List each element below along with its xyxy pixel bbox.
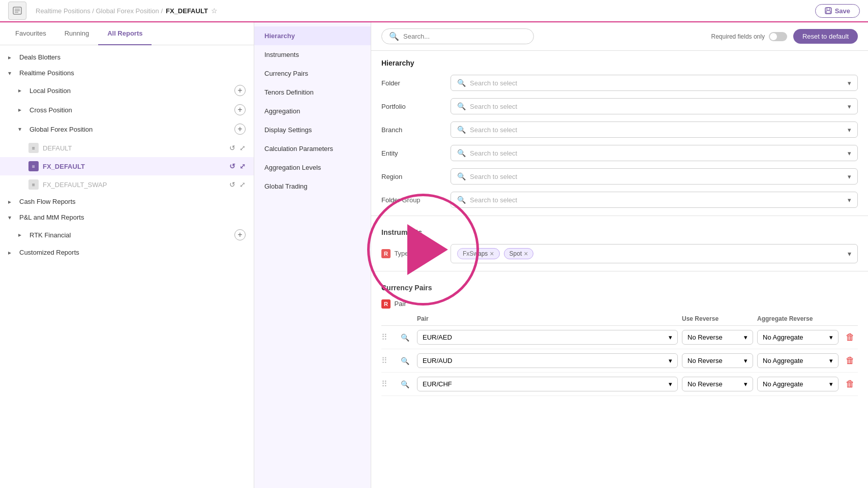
refresh-icon[interactable]: ↺ bbox=[229, 180, 235, 189]
no-reverse-dropdown-1[interactable]: No Reverse ▾ bbox=[682, 330, 753, 345]
mid-item-display-settings[interactable]: Display Settings bbox=[254, 120, 371, 139]
external-link-icon[interactable]: ⤢ bbox=[240, 144, 246, 152]
pair-select-eur-chf[interactable]: EUR/CHF ▾ bbox=[417, 377, 678, 391]
section-divider-2 bbox=[371, 271, 868, 271]
right-header: 🔍 Required fields only Reset to default bbox=[371, 22, 868, 51]
spot-tag: Spot × bbox=[504, 248, 534, 259]
no-aggregate-dropdown-3[interactable]: No Aggregate ▾ bbox=[757, 377, 839, 391]
add-rtk-button[interactable]: + bbox=[234, 229, 246, 240]
no-aggregate-dropdown-1[interactable]: No Aggregate ▾ bbox=[757, 330, 839, 345]
search-icon: 🔍 bbox=[401, 333, 413, 342]
external-link-icon[interactable]: ⤢ bbox=[240, 162, 246, 170]
mid-item-global-trading[interactable]: Global Trading bbox=[254, 177, 371, 196]
mid-item-tenors-definition[interactable]: Tenors Definition bbox=[254, 83, 371, 102]
tab-running[interactable]: Running bbox=[55, 22, 98, 45]
folder-group-select[interactable]: 🔍 Search to select ▾ bbox=[451, 192, 858, 208]
remove-fx-swaps-icon[interactable]: × bbox=[490, 250, 494, 257]
refresh-icon[interactable]: ↺ bbox=[229, 162, 235, 170]
entity-select[interactable]: 🔍 Search to select ▾ bbox=[451, 145, 858, 161]
sidebar-item-fx-default-swap[interactable]: ≡ FX_DEFAULT_SWAP ↺ ⤢ bbox=[0, 175, 254, 194]
no-aggregate-dropdown-2[interactable]: No Aggregate ▾ bbox=[757, 353, 839, 368]
section-divider bbox=[371, 216, 868, 216]
chevron-down-icon: ▾ bbox=[829, 333, 833, 341]
mid-item-instruments[interactable]: Instruments bbox=[254, 45, 371, 64]
currency-pairs-section-label: Currency Pairs bbox=[371, 276, 868, 296]
sidebar-item-default[interactable]: ≡ DEFAULT ↺ ⤢ bbox=[0, 139, 254, 157]
chevron-down-icon: ▾ bbox=[848, 196, 851, 204]
mid-item-aggregation-levels[interactable]: Aggregation Levels bbox=[254, 158, 371, 177]
sidebar-item-fx-default[interactable]: ≡ FX_DEFAULT ↺ ⤢ bbox=[0, 157, 254, 175]
delete-row-button[interactable]: 🗑 bbox=[843, 332, 858, 343]
report-type-icon: ≡ bbox=[28, 143, 39, 153]
pair-value: EUR/CHF bbox=[423, 380, 452, 388]
portfolio-field-row: Portfolio 🔍 Search to select ▾ bbox=[371, 95, 868, 118]
type-of-deal-label: R Type of Deal bbox=[381, 249, 442, 258]
drag-handle-icon[interactable]: ⠿ bbox=[381, 379, 397, 389]
aggregate-value: No Aggregate bbox=[763, 357, 803, 364]
folder-label: Folder bbox=[381, 79, 442, 87]
type-of-deal-row: R Type of Deal FxSwaps × Spot × ▾ bbox=[371, 240, 868, 267]
breadcrumb-sep: Realtime Positions / Global Forex Positi… bbox=[36, 7, 163, 15]
chevron-icon bbox=[18, 87, 25, 94]
svg-rect-6 bbox=[826, 11, 830, 13]
sidebar-item-cash-flow-reports[interactable]: Cash Flow Reports bbox=[0, 194, 254, 209]
reset-to-default-button[interactable]: Reset to default bbox=[793, 29, 858, 44]
add-cross-position-button[interactable]: + bbox=[234, 104, 246, 115]
type-of-deal-select[interactable]: FxSwaps × Spot × ▾ bbox=[451, 244, 858, 263]
sidebar-item-global-forex[interactable]: Global Forex Position + bbox=[0, 119, 254, 139]
sidebar-item-cross-position[interactable]: Cross Position + bbox=[0, 100, 254, 119]
breadcrumb: Realtime Positions / Global Forex Positi… bbox=[33, 7, 218, 15]
mid-item-currency-pairs[interactable]: Currency Pairs bbox=[254, 64, 371, 83]
tab-favourites[interactable]: Favourites bbox=[6, 22, 55, 45]
pair-value: EUR/AUD bbox=[423, 357, 453, 364]
sidebar-item-deals-blotters[interactable]: Deals Blotters bbox=[0, 49, 254, 65]
branch-select[interactable]: 🔍 Search to select ▾ bbox=[451, 121, 858, 138]
chevron-down-icon: ▾ bbox=[669, 333, 672, 341]
toggle-switch[interactable] bbox=[769, 32, 787, 41]
drag-handle-icon[interactable]: ⠿ bbox=[381, 332, 397, 342]
search-icon: 🔍 bbox=[457, 102, 466, 110]
folder-select[interactable]: 🔍 Search to select ▾ bbox=[451, 75, 858, 91]
search-input[interactable] bbox=[403, 33, 526, 40]
sidebar-item-realtime-positions[interactable]: Realtime Positions bbox=[0, 65, 254, 81]
remove-spot-icon[interactable]: × bbox=[524, 250, 528, 257]
pair-select-eur-aud[interactable]: EUR/AUD ▾ bbox=[417, 353, 678, 368]
chevron-down-icon: ▾ bbox=[669, 357, 672, 364]
no-reverse-dropdown-2[interactable]: No Reverse ▾ bbox=[682, 353, 753, 368]
chevron-down-icon: ▾ bbox=[829, 357, 833, 364]
folder-field-row: Folder 🔍 Search to select ▾ bbox=[371, 71, 868, 95]
region-label: Region bbox=[381, 173, 442, 180]
sidebar-item-label: Realtime Positions bbox=[19, 69, 74, 77]
search-box[interactable]: 🔍 bbox=[381, 28, 534, 44]
mid-item-aggregation[interactable]: Aggregation bbox=[254, 102, 371, 120]
sidebar-item-rtk-financial[interactable]: RTK Financial + bbox=[0, 225, 254, 245]
drag-handle-icon[interactable]: ⠿ bbox=[381, 356, 397, 365]
no-reverse-dropdown-3[interactable]: No Reverse ▾ bbox=[682, 377, 753, 391]
add-local-position-button[interactable]: + bbox=[234, 85, 246, 96]
branch-label: Branch bbox=[381, 126, 442, 134]
delete-row-button[interactable]: 🗑 bbox=[843, 355, 858, 366]
portfolio-select[interactable]: 🔍 Search to select ▾ bbox=[451, 98, 858, 114]
region-select[interactable]: 🔍 Search to select ▾ bbox=[451, 168, 858, 185]
search-icon: 🔍 bbox=[401, 357, 413, 365]
mid-item-calculation-parameters[interactable]: Calculation Parameters bbox=[254, 139, 371, 158]
report-type-icon: ≡ bbox=[28, 161, 39, 171]
pair-select-eur-aed[interactable]: EUR/AED ▾ bbox=[417, 330, 678, 345]
mid-item-hierarchy[interactable]: Hierarchy bbox=[254, 26, 371, 45]
pair-column-header: Pair bbox=[417, 315, 678, 322]
mid-panel: Hierarchy Instruments Currency Pairs Ten… bbox=[254, 22, 371, 488]
save-button[interactable]: Save bbox=[815, 4, 860, 18]
add-global-forex-button[interactable]: + bbox=[234, 124, 246, 135]
top-bar: Realtime Positions / Global Forex Positi… bbox=[0, 0, 868, 22]
sidebar-item-local-position[interactable]: Local Position + bbox=[0, 81, 254, 100]
sidebar-item-pnl-mtm[interactable]: P&L and MtM Reports bbox=[0, 209, 254, 225]
star-icon[interactable]: ☆ bbox=[211, 7, 218, 15]
search-icon: 🔍 bbox=[457, 196, 466, 204]
sidebar-item-customized-reports[interactable]: Customized Reports bbox=[0, 245, 254, 260]
external-link-icon[interactable]: ⤢ bbox=[240, 180, 246, 189]
delete-row-button[interactable]: 🗑 bbox=[843, 379, 858, 389]
refresh-icon[interactable]: ↺ bbox=[229, 144, 235, 152]
portfolio-placeholder: Search to select bbox=[470, 103, 517, 110]
tab-all-reports[interactable]: All Reports bbox=[98, 22, 152, 45]
chevron-icon bbox=[8, 249, 15, 256]
